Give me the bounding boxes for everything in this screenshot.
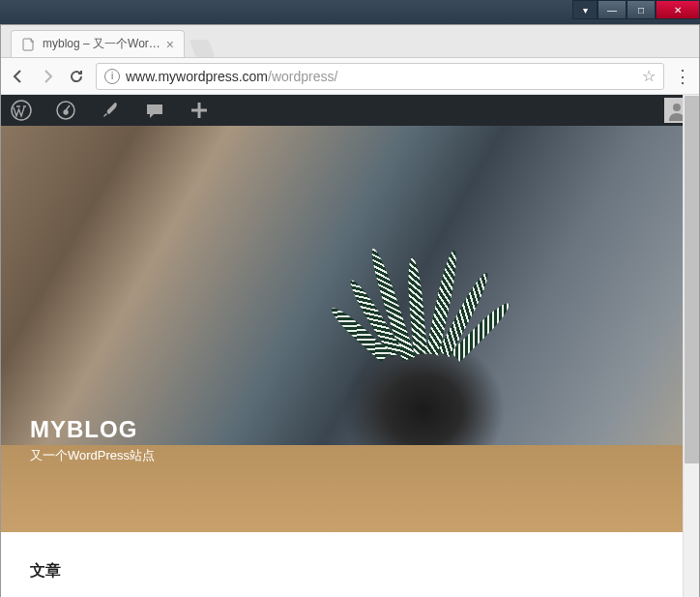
- bookmark-star-icon[interactable]: ☆: [642, 67, 656, 85]
- url-input[interactable]: i www.mywordpress.com/wordpress/ ☆: [96, 63, 664, 90]
- content-area: 文章: [1, 532, 683, 597]
- reload-button[interactable]: [67, 67, 86, 86]
- forward-button[interactable]: [38, 67, 57, 86]
- hidden-window-control[interactable]: ▾: [572, 0, 598, 19]
- minimize-button[interactable]: —: [598, 0, 627, 19]
- tab-strip: myblog – 又一个WordP ×: [1, 25, 699, 58]
- browser-menu-button[interactable]: ⋮: [674, 66, 691, 87]
- site-info-icon[interactable]: i: [104, 69, 120, 84]
- close-window-button[interactable]: ✕: [656, 0, 700, 19]
- customize-brush-icon[interactable]: [100, 100, 121, 121]
- window-controls: ▾ — □ ✕: [572, 0, 700, 19]
- comments-icon[interactable]: [144, 100, 165, 121]
- wp-logo-icon[interactable]: [11, 100, 32, 121]
- section-heading: 文章: [30, 561, 654, 582]
- wp-admin-bar: [1, 95, 699, 126]
- browser-window: myblog – 又一个WordP × i www.mywordpress.co…: [0, 24, 700, 597]
- tab-close-icon[interactable]: ×: [166, 37, 174, 52]
- tab-title: myblog – 又一个WordP: [43, 36, 160, 52]
- scrollbar-thumb[interactable]: [685, 96, 699, 463]
- hero-banner: MYBLOG 又一个WordPress站点: [1, 126, 683, 532]
- page-favicon-icon: [21, 37, 37, 52]
- dashboard-icon[interactable]: [55, 100, 76, 121]
- vertical-scrollbar[interactable]: [683, 95, 699, 597]
- hero-image-plant: [356, 199, 491, 373]
- page-viewport: MYBLOG 又一个WordPress站点 文章: [1, 95, 699, 597]
- svg-point-2: [673, 104, 681, 111]
- add-new-icon[interactable]: [189, 100, 210, 121]
- back-button[interactable]: [9, 67, 28, 86]
- hero-text: MYBLOG 又一个WordPress站点: [30, 416, 155, 464]
- maximize-button[interactable]: □: [627, 0, 656, 19]
- site-title[interactable]: MYBLOG: [30, 416, 155, 443]
- browser-tab[interactable]: myblog – 又一个WordP ×: [11, 30, 185, 57]
- new-tab-button[interactable]: [190, 40, 216, 57]
- address-bar: i www.mywordpress.com/wordpress/ ☆ ⋮: [1, 58, 699, 95]
- url-text: www.mywordpress.com/wordpress/: [126, 69, 636, 84]
- os-titlebar: ▾ — □ ✕: [0, 0, 700, 24]
- site-tagline: 又一个WordPress站点: [30, 447, 155, 464]
